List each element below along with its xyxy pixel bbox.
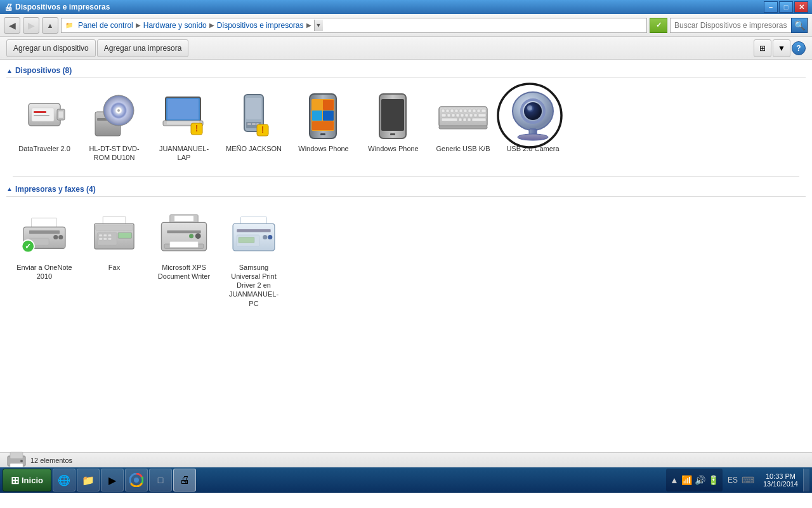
- svg-rect-54: [474, 114, 477, 117]
- svg-rect-28: [323, 100, 334, 110]
- keyboard-icon: [438, 91, 488, 142]
- clock-area[interactable]: 10:33 PM 13/10/2014: [759, 472, 802, 488]
- svg-rect-83: [108, 234, 111, 237]
- svg-rect-38: [446, 109, 449, 112]
- svg-rect-5: [34, 115, 49, 116]
- svg-rect-44: [473, 109, 476, 112]
- svg-text:!: !: [195, 123, 198, 133]
- svg-rect-42: [464, 109, 467, 112]
- svg-text:✓: ✓: [25, 242, 31, 251]
- svg-rect-40: [455, 109, 458, 112]
- svg-rect-49: [452, 114, 455, 117]
- device-phone[interactable]: ! MEÑO JACKSON: [222, 87, 285, 166]
- taskbar-ie[interactable]: 🌐: [53, 469, 75, 491]
- device-laptop[interactable]: ! JUANMANUEL-LAP: [152, 87, 216, 166]
- add-printer-button[interactable]: Agregar una impresora: [97, 39, 189, 57]
- svg-rect-12: [167, 99, 199, 119]
- printer-onenote[interactable]: ✓ Enviar a OneNote 2010: [13, 206, 76, 312]
- device-datatraveler[interactable]: DataTraveler 2.0: [13, 87, 76, 166]
- svg-rect-45: [477, 109, 480, 112]
- svg-point-95: [189, 234, 193, 238]
- svg-point-68: [518, 134, 548, 140]
- close-button[interactable]: ✕: [794, 1, 808, 13]
- content-area: ▲ Dispositivos (8): [0, 60, 812, 452]
- printer-xps[interactable]: Microsoft XPS Document Writer: [152, 206, 216, 312]
- search-container: 🔍: [670, 18, 808, 33]
- svg-rect-4: [34, 111, 46, 113]
- device-keyboard[interactable]: Generic USB K/B: [431, 87, 495, 166]
- device-webcam[interactable]: USB 2.0 Camera: [501, 87, 565, 166]
- taskbar-media[interactable]: ▶: [101, 469, 124, 491]
- svg-rect-27: [312, 100, 322, 110]
- help-button[interactable]: ?: [792, 41, 806, 55]
- device-winphone2[interactable]: Windows Phone: [362, 87, 425, 166]
- datatraveler-label: DataTraveler 2.0: [18, 144, 70, 153]
- svg-rect-3: [32, 108, 54, 121]
- svg-rect-105: [10, 464, 23, 468]
- svg-rect-39: [450, 109, 454, 112]
- winphone1-icon: [298, 91, 349, 142]
- breadcrumb-devices[interactable]: Dispositivos e impresoras: [217, 21, 304, 30]
- fax-icon: [89, 210, 140, 260]
- search-button[interactable]: 🔍: [791, 18, 808, 33]
- taskbar-ie2[interactable]: □: [149, 469, 172, 491]
- svg-point-74: [58, 235, 63, 239]
- maximize-button[interactable]: □: [779, 1, 793, 13]
- fax-label: Fax: [108, 263, 120, 272]
- clock-date: 13/10/2014: [763, 480, 798, 488]
- back-button[interactable]: ◀: [4, 17, 20, 34]
- tray-expand[interactable]: ▲: [670, 475, 679, 485]
- svg-text:!: !: [261, 124, 265, 135]
- taskbar-devices-active[interactable]: 🖨: [173, 469, 196, 491]
- svg-point-94: [195, 233, 201, 239]
- devices-section-header[interactable]: ▲ Dispositivos (8): [6, 62, 806, 78]
- printer-fax[interactable]: Fax: [82, 206, 146, 312]
- breadcrumb-panel-control[interactable]: Panel de control: [78, 21, 133, 30]
- svg-rect-79: [96, 225, 133, 231]
- view-button[interactable]: ⊞: [754, 39, 771, 57]
- svg-point-100: [263, 235, 267, 239]
- show-desktop-button[interactable]: [803, 469, 809, 491]
- svg-rect-98: [237, 229, 270, 232]
- title-icon: 🖨: [4, 2, 13, 12]
- breadcrumb-dropdown[interactable]: ▼: [314, 20, 323, 31]
- clock-time: 10:33 PM: [766, 472, 796, 480]
- device-dvd[interactable]: HL-DT-ST DVD-ROM DU10N: [82, 87, 146, 166]
- printers-section-header[interactable]: ▲ Impresoras y faxes (4): [6, 181, 806, 197]
- svg-rect-57: [459, 118, 462, 121]
- samsung-printer-icon: [228, 210, 279, 260]
- svg-rect-47: [442, 114, 446, 117]
- view-dropdown-button[interactable]: ▼: [773, 39, 790, 57]
- start-button[interactable]: ⊞ Inicio: [3, 469, 51, 491]
- status-printer-icon: [6, 451, 27, 468]
- laptop-label: JUANMANUEL-LAP: [156, 144, 212, 163]
- taskbar-chrome[interactable]: [125, 469, 148, 491]
- up-button[interactable]: ▲: [42, 17, 58, 34]
- search-input[interactable]: [671, 18, 791, 32]
- svg-rect-85: [103, 237, 107, 240]
- compat-button[interactable]: ✓: [650, 18, 667, 33]
- tray-network: 📶: [681, 475, 692, 485]
- svg-rect-31: [312, 121, 334, 130]
- svg-rect-2: [58, 111, 63, 118]
- tray-speaker: 🔊: [695, 475, 705, 485]
- taskbar-explorer[interactable]: 📁: [77, 469, 100, 491]
- minimize-button[interactable]: –: [764, 1, 778, 13]
- svg-point-101: [268, 235, 272, 239]
- printer-samsung[interactable]: Samsung Universal Print Driver 2 en JUAN…: [222, 206, 285, 312]
- onenote-label: Enviar a OneNote 2010: [16, 263, 72, 281]
- printers-section-arrow: ▲: [6, 185, 13, 192]
- forward-button[interactable]: ▶: [23, 17, 39, 34]
- window-title: Dispositivos e impresoras: [15, 3, 110, 11]
- svg-point-65: [524, 102, 542, 120]
- tray-battery: 🔋: [708, 475, 719, 485]
- svg-rect-55: [478, 114, 486, 117]
- device-winphone1[interactable]: Windows Phone: [292, 87, 355, 166]
- add-device-button[interactable]: Agregar un dispositivo: [6, 39, 96, 57]
- svg-rect-104: [10, 452, 23, 458]
- laptop-icon: !: [159, 91, 209, 142]
- devices-section-label: Dispositivos (8): [15, 66, 72, 75]
- breadcrumb-hardware[interactable]: Hardware y sonido: [143, 21, 207, 30]
- devices-section-arrow: ▲: [6, 67, 13, 74]
- svg-rect-82: [103, 234, 107, 237]
